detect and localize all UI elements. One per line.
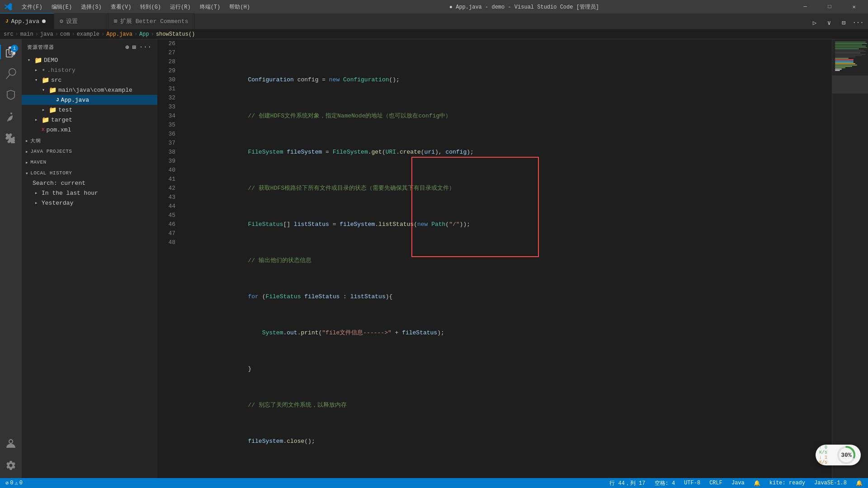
breadcrumb-src[interactable]: src [4,31,14,38]
tree-item-pom[interactable]: ▸ X pom.xml [22,125,157,135]
folder-chain-icon: 📁 [49,86,57,94]
code-line-28: FileSystem fileSystem = FileSystem.get(U… [184,139,832,148]
status-indent[interactable]: 空格: 4 [653,478,677,488]
error-icon: ⊘ [5,480,9,487]
more-actions-button[interactable]: ··· [852,16,864,29]
group-java-label: JAVA PROJECTS [30,149,72,154]
tree-label-main-path: main\java\com\example [58,87,132,94]
status-language[interactable]: Java [730,478,746,488]
code-line-30: FileStatus[] listStatus = fileSystem.lis… [184,211,832,220]
local-history-search-current[interactable]: Search: current [22,178,157,188]
group-local-history-label: LOCAL HISTORY [30,170,72,176]
status-cursor-position[interactable]: 行 44，列 17 [608,478,647,488]
activity-source-control[interactable] [0,84,22,106]
menu-edit[interactable]: 编辑(E) [48,2,76,12]
more-options-icon[interactable]: ··· [139,43,152,51]
menu-bar[interactable]: 文件(F) 编辑(E) 选择(S) 查看(V) 转到(G) 运行(R) 终端(T… [18,2,254,12]
code-line-26: Configuration config = new Configuration… [184,66,832,75]
status-bell[interactable]: 🔔 [752,478,762,488]
tree-item-test[interactable]: ▸ 📁 test [22,105,157,115]
menu-goto[interactable]: 转到(G) [137,2,165,12]
group-maven-header[interactable]: ▸ MAVEN [22,157,157,167]
upload-speed: ↑ 0 K/s [819,445,836,455]
breadcrumb-main[interactable]: main [20,31,33,38]
perf-stats: ↑ 0 K/s ↓ 1 K/s [819,445,836,465]
tab-bar-actions: ▷ ∨ ⊟ ··· [808,16,868,29]
minimize-button[interactable]: — [795,0,816,14]
status-eol[interactable]: CRLF [708,478,724,488]
tab-app-java[interactable]: J App.java [0,13,54,29]
expand-arrow: ▸ [33,189,40,197]
group-java-header[interactable]: ▸ JAVA PROJECTS [22,146,157,156]
tree-item-src[interactable]: ▾ 📁 src [22,75,157,85]
tree-item-app-java[interactable]: ▸ J App.java [22,95,157,105]
minimap-canvas [832,39,868,478]
editor-area: 2627282930 3132333435 3637383940 4142434… [157,39,868,478]
local-history-last-hour[interactable]: ▸ In the last hour [22,188,157,198]
breadcrumb-java[interactable]: java [40,31,53,38]
breadcrumb-class[interactable]: App [139,31,149,38]
window-controls: — □ ✕ [795,0,864,14]
code-editor[interactable]: 2627282930 3132333435 3637383940 4142434… [157,39,868,478]
folder-icon: 📁 [34,56,42,64]
group-outline-arrow: ▸ [25,138,28,144]
last-hour-label: In the last hour [42,190,98,197]
new-file-icon[interactable]: ⊕ [125,43,129,51]
tab-label-settings: 设置 [66,17,78,25]
code-line-37 [184,464,832,473]
maximize-button[interactable]: □ [819,0,840,14]
code-content[interactable]: Configuration config = new Configuration… [181,39,832,478]
activity-extensions[interactable] [0,128,22,150]
tab-label-better-comments: 扩展 Better Comments [120,17,189,25]
status-java-version[interactable]: JavaSE-1.8 [812,478,849,488]
run-button[interactable]: ▷ [808,16,821,29]
new-folder-icon[interactable]: ⊞ [132,43,136,51]
status-encoding[interactable]: UTF-8 [682,478,702,488]
activity-gear[interactable] [0,455,22,476]
yesterday-label: Yesterday [42,200,73,206]
title-bar: 文件(F) 编辑(E) 选择(S) 查看(V) 转到(G) 运行(R) 终端(T… [0,0,868,14]
tree-item-history[interactable]: ▸ ▪ .history [22,65,157,75]
status-bar: ⊘ 0 ⚠ 0 行 44，列 17 空格: 4 UTF-8 CRLF Java … [0,478,868,488]
breadcrumb-example[interactable]: example [77,31,99,38]
tab-settings[interactable]: ⚙ 设置 [54,13,108,29]
breadcrumb-com[interactable]: com [60,31,70,38]
tab-better-comments[interactable]: ⊞ 扩展 Better Comments [108,13,194,29]
code-line-31: // 输出他们的状态信息 [184,247,832,256]
kite-label: kite: ready [769,480,805,486]
tree-item-main-path[interactable]: ▾ 📁 main\java\com\example [22,85,157,95]
activity-explorer[interactable]: 1 [0,41,22,63]
menu-file[interactable]: 文件(F) [18,2,46,12]
run-dropdown-button[interactable]: ∨ [823,16,835,29]
menu-help[interactable]: 帮助(H) [226,2,254,12]
notification-badge: 1 [11,45,18,52]
cursor-position-label: 行 44，列 17 [609,479,645,487]
language-label: Java [731,480,745,486]
expand-arrow: ▸ [33,199,40,206]
menu-terminal[interactable]: 终端(T) [196,2,224,12]
settings-icon: ⚙ [60,18,63,25]
local-history-yesterday[interactable]: ▸ Yesterday [22,198,157,208]
sidebar-title: 资源管理器 [27,44,54,51]
group-outline-header[interactable]: ▸ 大纲 [22,136,157,145]
code-line-32: for (FileStatus fileStatus : listStatus)… [184,283,832,292]
menu-select[interactable]: 选择(S) [77,2,105,12]
tree-label-target: target [51,117,72,123]
status-notifications[interactable]: 🔔 [854,478,864,488]
close-button[interactable]: ✕ [844,0,864,14]
activity-run-debug[interactable] [0,106,22,128]
tree-item-demo[interactable]: ▾ 📁 DEMO [22,55,157,65]
activity-account[interactable] [0,433,22,455]
menu-run[interactable]: 运行(R) [166,2,194,12]
menu-view[interactable]: 查看(V) [107,2,135,12]
activity-search[interactable] [0,63,22,84]
minimap[interactable] [832,39,868,478]
group-local-history-header[interactable]: ▾ LOCAL HISTORY [22,168,157,178]
tree-item-target[interactable]: ▸ 📁 target [22,115,157,125]
breadcrumb-file[interactable]: App.java [106,31,132,38]
status-errors[interactable]: ⊘ 0 ⚠ 0 [4,478,24,488]
status-kite[interactable]: kite: ready [768,478,807,488]
vscode-logo [4,2,13,11]
breadcrumb-method[interactable]: showStatus() [156,31,195,38]
split-editor-button[interactable]: ⊟ [837,16,850,29]
